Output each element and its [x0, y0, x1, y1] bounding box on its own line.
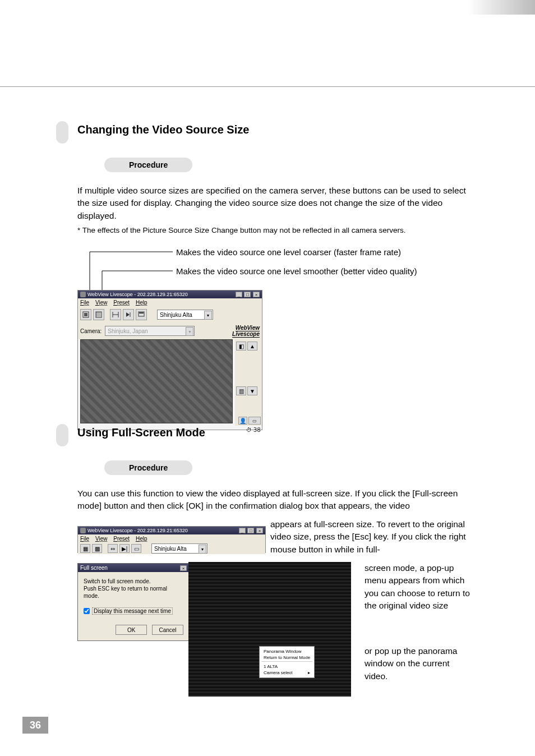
screenshot-app-1: WebView Livescope - 202.228.129.21:65320…	[77, 290, 470, 430]
dialog-msg: Switch to full screen mode. Push ESC key…	[84, 578, 183, 600]
context-menu[interactable]: Panorama Window Return to Normal Mode 1 …	[259, 646, 315, 678]
bullet-icon	[56, 121, 68, 144]
side-up-button[interactable]: ▲	[247, 342, 257, 351]
camera-row: Camera: Shinjuku, Japan WebViewLivescope	[78, 322, 262, 339]
heading-video-size: Changing the Video Source Size	[77, 123, 470, 136]
preset-value: Shinjuku Alta	[154, 546, 187, 552]
display-next-time-checkbox[interactable]: Display this message next time	[84, 607, 183, 615]
menu-help[interactable]: Help	[136, 536, 147, 542]
cancel-button[interactable]: Cancel	[152, 625, 183, 635]
svg-rect-15	[139, 312, 144, 314]
coarser-button[interactable]: ▦	[80, 544, 90, 553]
menu-help[interactable]: Help	[136, 299, 147, 306]
preset-dropdown[interactable]: Shinjuku Alta	[157, 310, 213, 320]
dialog-close-button[interactable]: ×	[180, 565, 187, 571]
window-buttons: _ □ ×	[235, 292, 260, 297]
svg-marker-12	[126, 312, 130, 317]
bullet-icon	[56, 424, 68, 446]
bar-icon[interactable]: ▭	[248, 417, 261, 425]
minimize-button[interactable]: _	[239, 528, 246, 533]
dialog-msg-line1: Switch to full screen mode.	[84, 578, 183, 585]
callout-smoother: Makes the video source one level smoothe…	[176, 266, 417, 276]
toolbar: ▦ ▩ ⇔ ▶| ▭ Shinjuku Alta	[78, 543, 265, 554]
ctx-panorama[interactable]: Panorama Window	[261, 648, 312, 654]
close-button[interactable]: ×	[253, 292, 260, 297]
app-window-2: WebView Livescope - 202.228.129.21:65320…	[77, 526, 266, 553]
heading-fullscreen: Using Full-Screen Mode	[77, 426, 470, 439]
side-btn-1[interactable]: ◧	[236, 342, 246, 351]
fullscreen-video: Panorama Window Return to Normal Mode 1 …	[188, 562, 351, 697]
tool-btn-4[interactable]	[123, 309, 134, 320]
tool-btn-3[interactable]: ⇔	[108, 544, 118, 553]
title-text: WebView Livescope - 202.228.129.21:65320	[87, 292, 188, 297]
menubar: File View Preset Help	[78, 298, 262, 307]
procedure-label: Procedure	[104, 460, 192, 475]
maximize-button[interactable]: □	[244, 292, 251, 297]
checkbox-label: Display this message next time	[92, 607, 173, 615]
tool-btn-3[interactable]	[110, 309, 121, 320]
maximize-button[interactable]: □	[247, 528, 254, 533]
svg-rect-5	[84, 313, 87, 316]
preset-value: Shinjuku Alta	[160, 312, 192, 318]
svg-rect-8	[96, 312, 101, 317]
dialog-msg-line2: Push ESC key to return to normal mode.	[84, 585, 183, 600]
minimize-button[interactable]: _	[236, 292, 242, 297]
smoother-button[interactable]: ▩	[92, 544, 102, 553]
camera-label: Camera:	[80, 328, 102, 334]
menu-preset[interactable]: Preset	[113, 299, 130, 306]
preset-dropdown[interactable]: Shinjuku Alta	[151, 543, 207, 554]
header-gradient	[468, 0, 535, 15]
menu-view[interactable]: View	[95, 536, 108, 542]
fullscreen-dialog: Full screen × Switch to full screen mode…	[77, 563, 190, 641]
menu-preset[interactable]: Preset	[113, 536, 130, 542]
menu-file[interactable]: File	[80, 536, 89, 542]
para-fullscreen-1: You can use this function to view the vi…	[77, 487, 470, 513]
page: Changing the Video Source Size Procedure…	[0, 0, 535, 756]
ok-button[interactable]: OK	[116, 625, 147, 635]
side-panel: ◧ ▲ ▥ ▼ 👤 ▭ ⏱	[235, 339, 262, 426]
menu-file[interactable]: File	[80, 299, 89, 306]
heading-text: Using Full-Screen Mode	[77, 426, 205, 439]
titlebar: WebView Livescope - 202.228.129.21:65320…	[78, 527, 265, 534]
fullscreen-button[interactable]	[136, 309, 147, 320]
para-fullscreen-3: screen mode, a pop-up menu appears from …	[365, 562, 471, 612]
app-window-1: WebView Livescope - 202.228.129.21:65320…	[77, 290, 262, 430]
dialog-titlebar: Full screen ×	[78, 564, 189, 572]
menu-view[interactable]: View	[95, 299, 108, 306]
title-text: WebView Livescope - 202.228.129.21:65320	[87, 528, 188, 533]
side-btn-2[interactable]: ▥	[236, 386, 246, 395]
app-icon	[80, 292, 86, 297]
dialog-body: Switch to full screen mode. Push ESC key…	[78, 572, 189, 640]
camera-dropdown[interactable]: Shinjuku, Japan	[105, 326, 195, 336]
side-down-button[interactable]: ▼	[247, 386, 257, 395]
dialog-buttons: OK Cancel	[84, 625, 183, 635]
toolbar: Shinjuku Alta	[78, 307, 262, 322]
person-icon[interactable]: 👤	[238, 417, 247, 425]
ctx-preset-1[interactable]: 1 ALTA	[261, 663, 312, 670]
close-button[interactable]: ×	[256, 528, 263, 533]
coarser-button[interactable]	[80, 309, 91, 320]
dialog-title: Full screen	[80, 565, 108, 571]
callouts: Makes the video source one level coarser…	[77, 246, 470, 285]
section-video-size: Changing the Video Source Size Procedure…	[77, 123, 470, 430]
smoother-button[interactable]	[93, 309, 104, 320]
fullscreen-button[interactable]: ▭	[131, 544, 141, 553]
section-fullscreen: Using Full-Screen Mode Procedure You can…	[77, 426, 470, 516]
para-video-size: If multiple video source sizes are speci…	[77, 185, 470, 222]
header-divider	[0, 86, 535, 87]
para-fullscreen-2: appears at full-screen size. To revert t…	[270, 518, 470, 556]
ctx-return-normal[interactable]: Return to Normal Mode	[261, 654, 312, 661]
note-video-size: * The effects of the Picture Source Size…	[77, 225, 470, 236]
menubar: File View Preset Help	[78, 534, 265, 543]
tool-btn-4[interactable]: ▶|	[119, 544, 130, 553]
checkbox-input[interactable]	[84, 608, 90, 614]
window-buttons: _ □ ×	[238, 528, 263, 533]
heading-text: Changing the Video Source Size	[77, 123, 249, 136]
app-icon	[80, 528, 86, 533]
camera-value: Shinjuku, Japan	[108, 328, 147, 334]
video-area	[80, 339, 233, 423]
para-fullscreen-4: or pop up the panorama window on the cur…	[365, 645, 471, 683]
procedure-label: Procedure	[104, 158, 192, 172]
ctx-camera-select[interactable]: Camera select ▸	[261, 670, 312, 676]
callout-coarser: Makes the video source one level coarser…	[176, 247, 401, 257]
